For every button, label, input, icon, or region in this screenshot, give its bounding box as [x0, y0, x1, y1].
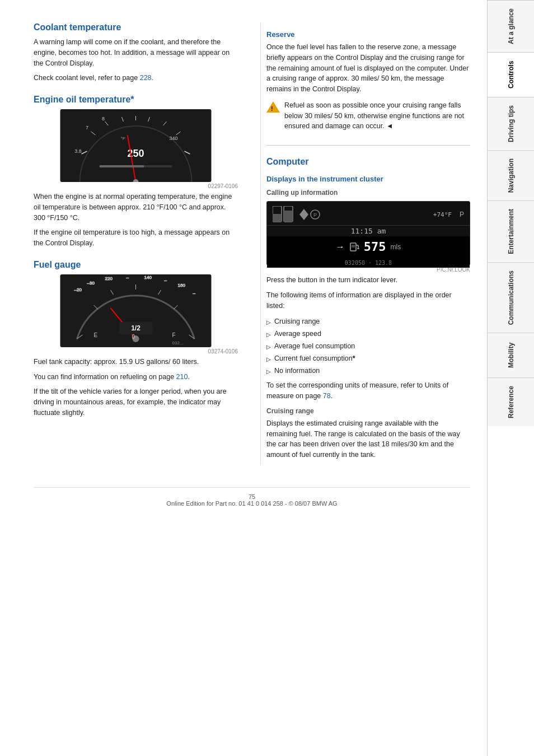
cluster-temp-value: +74°F — [433, 211, 452, 218]
coolant-page-link[interactable]: 228 — [140, 74, 152, 82]
svg-text:E: E — [94, 332, 98, 338]
cluster-mileage-value: 575 — [364, 240, 386, 254]
engine-oil-img-caption: 02297-0106 — [34, 183, 238, 189]
computer-section: Computer Displays in the instrument clus… — [266, 157, 470, 460]
calling-body: Press the button in the turn indicator l… — [266, 275, 470, 286]
sidebar-tab-controls[interactable]: Controls — [488, 52, 534, 97]
fuel-gauge-section: Fuel gauge –20 –30 220 – 140 – — [34, 260, 238, 418]
fuel-page-link[interactable]: 210 — [176, 373, 188, 381]
warning-box: Refuel as soon as possible once your cru… — [266, 100, 470, 136]
sidebar-tab-entertainment[interactable]: Entertainment — [488, 200, 534, 262]
svg-text:220: 220 — [105, 276, 113, 281]
svg-rect-48 — [284, 211, 293, 222]
svg-text:7: 7 — [86, 125, 88, 130]
coolant-title: Coolant temperature — [34, 22, 238, 32]
cluster-gear-value: P — [460, 211, 464, 218]
list-item: ▷No information — [266, 365, 470, 377]
cluster-odometer-row: 032050 · 123.8 — [267, 257, 470, 268]
sidebar-tab-at-a-glance[interactable]: At a glance — [488, 0, 534, 52]
cluster-arrow-icon: → — [336, 242, 345, 252]
warning-text: Refuel as soon as possible once your cru… — [284, 100, 470, 132]
cluster-odometer-value: 032050 · 123.8 — [345, 260, 392, 266]
svg-text:P: P — [313, 212, 317, 218]
calling-title: Calling up information — [266, 189, 470, 197]
cluster-top-row: P +74°F P — [267, 202, 470, 226]
sidebar-tab-communications[interactable]: Communications — [488, 262, 534, 333]
svg-text:–: – — [165, 278, 167, 283]
coolant-body2: Check coolant level, refer to page 228. — [34, 73, 238, 83]
svg-rect-46 — [273, 214, 282, 222]
sidebar-tabs: At a glance Controls Driving tips Naviga… — [487, 0, 534, 756]
svg-text:1/2: 1/2 — [131, 324, 140, 332]
svg-text:°F: °F — [121, 136, 125, 141]
svg-marker-49 — [299, 209, 308, 220]
fuel-gauge-img-caption: 03274-0106 — [34, 348, 238, 354]
units-page-link[interactable]: 78 — [323, 392, 331, 400]
bullet-icon: ▷ — [266, 318, 271, 327]
right-column: Reserve Once the fuel level has fallen t… — [260, 22, 470, 465]
cluster-bottom-row: → 575 mls — [267, 236, 470, 257]
cruising-title: Cruising range — [266, 407, 470, 415]
engine-oil-body2: If the engine oil temperature is too hig… — [34, 227, 238, 249]
svg-text:–20: –20 — [74, 287, 82, 292]
bullet-icon: ▷ — [266, 367, 271, 376]
bullet-icon: ▷ — [266, 343, 271, 352]
svg-text:–: – — [193, 291, 196, 296]
page-number: 75 — [249, 493, 255, 500]
sidebar-tab-driving-tips[interactable]: Driving tips — [488, 97, 534, 150]
computer-title: Computer — [266, 157, 470, 167]
sidebar-tab-navigation[interactable]: Navigation — [488, 150, 534, 200]
sidebar-tab-reference[interactable]: Reference — [488, 377, 534, 426]
cluster-indicator-icons: P — [299, 209, 322, 220]
section-divider — [266, 145, 470, 146]
fuel-pump-icon — [349, 242, 359, 252]
units-text: To set the corresponding units of measur… — [266, 380, 470, 402]
fuel-body1: Fuel tank capacity: approx. 15.9 US gall… — [34, 357, 238, 367]
list-item: ▷Cruising range — [266, 315, 470, 328]
svg-rect-53 — [352, 245, 355, 248]
list-item: ▷Average speed — [266, 328, 470, 340]
reserve-body1: Once the fuel level has fallen to the re… — [266, 42, 470, 95]
bullet-icon: ▷ — [266, 355, 271, 364]
list-item: ▷Average fuel consumption — [266, 340, 470, 352]
reserve-title: Reserve — [266, 30, 470, 39]
cluster-mid-row: 11:15 am — [267, 226, 470, 236]
svg-text:F: F — [172, 332, 176, 338]
cluster-time-value: 11:15 am — [351, 227, 386, 235]
cluster-display-image: P +74°F P 11:15 am → — [266, 201, 470, 265]
reserve-section: Reserve Once the fuel level has fallen t… — [266, 30, 470, 136]
cluster-gauges-icon — [273, 206, 295, 223]
svg-text:140: 140 — [144, 275, 152, 280]
svg-text:340: 340 — [170, 136, 178, 141]
coolant-section: Coolant temperature A warning lamp will … — [34, 22, 238, 83]
svg-text:032...: 032... — [172, 340, 184, 346]
left-column: Coolant temperature A warning lamp will … — [34, 22, 243, 465]
info-list: ▷Cruising range ▷Average speed ▷Average … — [266, 315, 470, 377]
svg-text:8: 8 — [102, 116, 105, 122]
engine-oil-body1: When the engine is at normal operating t… — [34, 192, 238, 223]
cluster-unit-value: mls — [391, 243, 401, 251]
engine-oil-section: Engine oil temperature* — [34, 95, 238, 249]
bullet-icon: ▷ — [266, 330, 271, 339]
svg-text:160: 160 — [178, 283, 186, 288]
svg-rect-20 — [100, 165, 144, 167]
engine-oil-title: Engine oil temperature* — [34, 95, 238, 105]
svg-text:3.8: 3.8 — [74, 148, 82, 154]
engine-oil-gauge-image: 3.8 7 8 °F 250 340 — [34, 109, 238, 182]
fuel-body3: If the tilt of the vehicle varies for a … — [34, 386, 238, 418]
copyright-text: Online Edition for Part no. 01 41 0 014 … — [166, 500, 337, 507]
sidebar-tab-mobility[interactable]: Mobility — [488, 333, 534, 377]
coolant-body1: A warning lamp will come on if the coola… — [34, 37, 238, 68]
page-footer: 75 Online Edition for Part no. 01 41 0 0… — [34, 487, 470, 507]
main-content: Coolant temperature A warning lamp will … — [0, 0, 487, 756]
fuel-gauge-title: Fuel gauge — [34, 260, 238, 270]
svg-text:0: 0 — [132, 334, 135, 340]
warning-icon — [266, 101, 280, 113]
cruising-body: Displays the estimated cruising range av… — [266, 418, 470, 460]
fuel-body2: You can find information on refueling on… — [34, 372, 238, 382]
svg-text:–: – — [127, 275, 129, 280]
list-intro: The following items of information are d… — [266, 290, 470, 311]
svg-text:–30: –30 — [87, 281, 95, 286]
list-item: ▷Current fuel consumption* — [266, 352, 470, 365]
fuel-gauge-image: –20 –30 220 – 140 – 160 – — [34, 274, 238, 347]
